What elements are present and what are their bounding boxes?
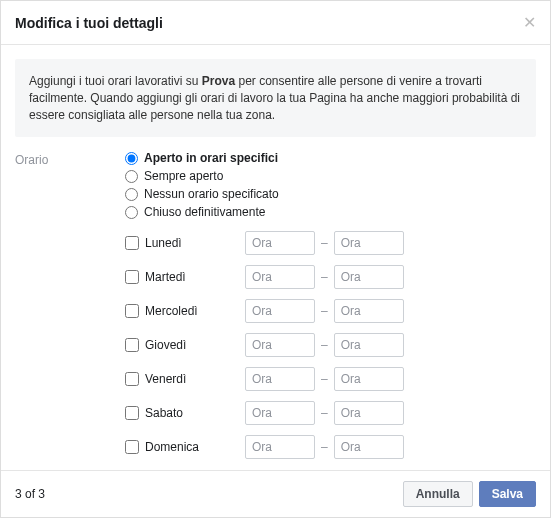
- radio-closed[interactable]: Chiuso definitivamente: [125, 205, 536, 219]
- time-to-input[interactable]: [334, 299, 404, 323]
- day-label: Domenica: [145, 440, 199, 454]
- day-checkbox[interactable]: [125, 270, 139, 284]
- time-to-input[interactable]: [334, 231, 404, 255]
- time-inputs: –: [245, 367, 404, 391]
- time-dash: –: [321, 338, 328, 352]
- time-to-input[interactable]: [334, 401, 404, 425]
- radio-always-input[interactable]: [125, 170, 138, 183]
- day-row: Martedì–: [125, 265, 536, 289]
- time-from-input[interactable]: [245, 435, 315, 459]
- day-checkbox-wrap[interactable]: Giovedì: [125, 338, 245, 352]
- day-checkbox[interactable]: [125, 406, 139, 420]
- time-dash: –: [321, 270, 328, 284]
- time-dash: –: [321, 406, 328, 420]
- cancel-button[interactable]: Annulla: [403, 481, 473, 507]
- hours-form-row: Orario Aperto in orari specifici Sempre …: [15, 151, 536, 469]
- step-indicator: 3 of 3: [15, 487, 45, 501]
- time-from-input[interactable]: [245, 231, 315, 255]
- dialog-footer: 3 of 3 Annulla Salva: [1, 470, 550, 517]
- day-checkbox-wrap[interactable]: Domenica: [125, 440, 245, 454]
- day-row: Venerdì–: [125, 367, 536, 391]
- save-button[interactable]: Salva: [479, 481, 536, 507]
- time-from-input[interactable]: [245, 299, 315, 323]
- time-from-input[interactable]: [245, 333, 315, 357]
- hours-fields: Aperto in orari specifici Sempre aperto …: [125, 151, 536, 469]
- day-label: Mercoledì: [145, 304, 198, 318]
- time-inputs: –: [245, 231, 404, 255]
- radio-none-label: Nessun orario specificato: [144, 187, 279, 201]
- time-to-input[interactable]: [334, 435, 404, 459]
- time-to-input[interactable]: [334, 265, 404, 289]
- day-label: Lunedì: [145, 236, 182, 250]
- day-label: Giovedì: [145, 338, 186, 352]
- radio-closed-label: Chiuso definitivamente: [144, 205, 265, 219]
- radio-always-open[interactable]: Sempre aperto: [125, 169, 536, 183]
- time-dash: –: [321, 236, 328, 250]
- radio-none-input[interactable]: [125, 188, 138, 201]
- footer-buttons: Annulla Salva: [403, 481, 536, 507]
- time-from-input[interactable]: [245, 367, 315, 391]
- close-icon[interactable]: ✕: [523, 13, 536, 32]
- day-checkbox[interactable]: [125, 304, 139, 318]
- info-text-prefix: Aggiungi i tuoi orari lavorativi su: [29, 74, 202, 88]
- day-row: Lunedì–: [125, 231, 536, 255]
- day-label: Sabato: [145, 406, 183, 420]
- hours-label: Orario: [15, 151, 125, 167]
- time-inputs: –: [245, 299, 404, 323]
- time-to-input[interactable]: [334, 367, 404, 391]
- radio-closed-input[interactable]: [125, 206, 138, 219]
- time-from-input[interactable]: [245, 265, 315, 289]
- day-checkbox-wrap[interactable]: Mercoledì: [125, 304, 245, 318]
- day-row: Mercoledì–: [125, 299, 536, 323]
- radio-specific-hours[interactable]: Aperto in orari specifici: [125, 151, 536, 165]
- hours-radio-group: Aperto in orari specifici Sempre aperto …: [125, 151, 536, 219]
- dialog-header: Modifica i tuoi dettagli ✕: [1, 1, 550, 45]
- day-checkbox-wrap[interactable]: Venerdì: [125, 372, 245, 386]
- day-row: Sabato–: [125, 401, 536, 425]
- day-row: Giovedì–: [125, 333, 536, 357]
- edit-details-dialog: Modifica i tuoi dettagli ✕ Aggiungi i tu…: [0, 0, 551, 518]
- day-row: Domenica–: [125, 435, 536, 459]
- radio-specific-label: Aperto in orari specifici: [144, 151, 278, 165]
- time-inputs: –: [245, 435, 404, 459]
- day-checkbox-wrap[interactable]: Lunedì: [125, 236, 245, 250]
- day-checkbox[interactable]: [125, 236, 139, 250]
- time-dash: –: [321, 304, 328, 318]
- day-label: Martedì: [145, 270, 186, 284]
- radio-specific-input[interactable]: [125, 152, 138, 165]
- time-dash: –: [321, 372, 328, 386]
- day-checkbox[interactable]: [125, 338, 139, 352]
- day-label: Venerdì: [145, 372, 186, 386]
- radio-always-label: Sempre aperto: [144, 169, 223, 183]
- info-text-bold: Prova: [202, 74, 235, 88]
- time-dash: –: [321, 440, 328, 454]
- dialog-title: Modifica i tuoi dettagli: [15, 15, 163, 31]
- time-inputs: –: [245, 333, 404, 357]
- day-checkbox[interactable]: [125, 440, 139, 454]
- info-box: Aggiungi i tuoi orari lavorativi su Prov…: [15, 59, 536, 137]
- day-checkbox[interactable]: [125, 372, 139, 386]
- radio-no-hours[interactable]: Nessun orario specificato: [125, 187, 536, 201]
- day-checkbox-wrap[interactable]: Martedì: [125, 270, 245, 284]
- days-container: Lunedì–Martedì–Mercoledì–Giovedì–Venerdì…: [125, 231, 536, 459]
- time-from-input[interactable]: [245, 401, 315, 425]
- time-inputs: –: [245, 401, 404, 425]
- dialog-content: Aggiungi i tuoi orari lavorativi su Prov…: [1, 45, 550, 470]
- day-checkbox-wrap[interactable]: Sabato: [125, 406, 245, 420]
- time-inputs: –: [245, 265, 404, 289]
- time-to-input[interactable]: [334, 333, 404, 357]
